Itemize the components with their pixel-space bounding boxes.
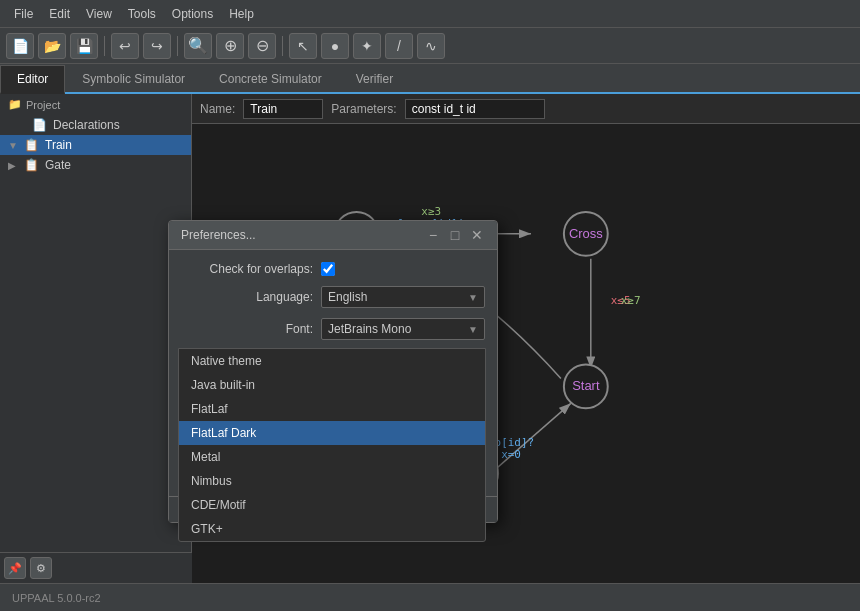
theme-option-gtk[interactable]: GTK+ (179, 517, 485, 541)
theme-option-nimbus[interactable]: Nimbus (179, 469, 485, 493)
theme-option-flatlaf[interactable]: FlatLaf (179, 397, 485, 421)
language-select[interactable]: English ▼ (321, 286, 485, 308)
font-label: Font: (181, 322, 321, 336)
language-value: English (328, 290, 367, 304)
maximize-button[interactable]: □ (447, 227, 463, 243)
language-arrow: ▼ (468, 292, 478, 303)
dialog-title-text: Preferences... (181, 228, 256, 242)
dialog-title-bar: Preferences... − □ ✕ (169, 221, 497, 250)
title-buttons: − □ ✕ (425, 227, 485, 243)
dialog-overlay: Preferences... − □ ✕ Check for overlaps:… (0, 0, 860, 611)
pref-row-font: Font: JetBrains Mono ▼ (181, 318, 485, 340)
theme-option-java[interactable]: Java built-in (179, 373, 485, 397)
theme-option-cde[interactable]: CDE/Motif (179, 493, 485, 517)
theme-option-flatlaf-dark[interactable]: FlatLaf Dark (179, 421, 485, 445)
overlaps-label: Check for overlaps: (181, 262, 321, 276)
font-arrow: ▼ (468, 324, 478, 335)
pref-row-overlaps: Check for overlaps: (181, 262, 485, 276)
font-select[interactable]: JetBrains Mono ▼ (321, 318, 485, 340)
font-value: JetBrains Mono (328, 322, 411, 336)
theme-option-native[interactable]: Native theme (179, 349, 485, 373)
overlaps-checkbox[interactable] (321, 262, 335, 276)
pref-row-language: Language: English ▼ (181, 286, 485, 308)
language-label: Language: (181, 290, 321, 304)
theme-dropdown: Native theme Java built-in FlatLaf FlatL… (178, 348, 486, 542)
minimize-button[interactable]: − (425, 227, 441, 243)
theme-option-metal[interactable]: Metal (179, 445, 485, 469)
close-button[interactable]: ✕ (469, 227, 485, 243)
